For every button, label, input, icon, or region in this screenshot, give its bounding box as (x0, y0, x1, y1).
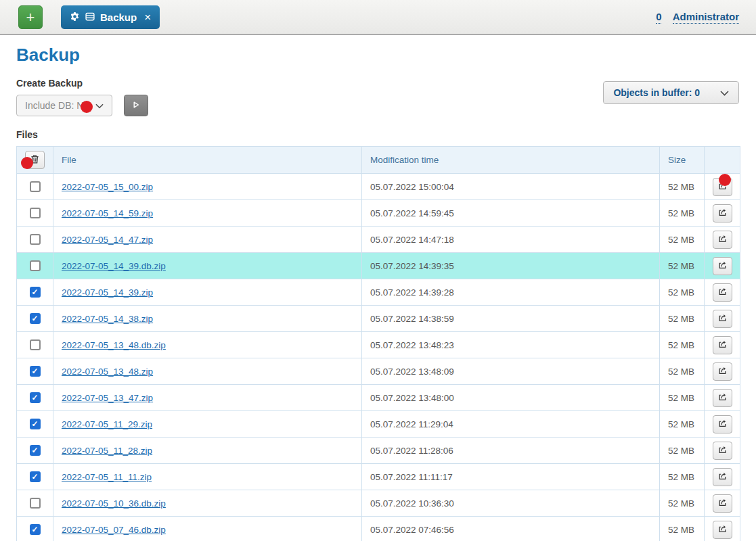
table-row: 2022-07-05_10_36.db.zip 05.07.2022 10:36… (17, 490, 740, 517)
play-icon (131, 99, 141, 112)
include-db-select[interactable]: Include DB: No (16, 95, 112, 116)
export-button[interactable] (713, 336, 732, 354)
row-size: 52 MB (660, 411, 705, 438)
column-header-size[interactable]: Size (660, 147, 705, 174)
table-row: 2022-07-05_13_47.zip 05.07.2022 13:48:00… (17, 385, 740, 411)
file-link[interactable]: 2022-07-05_13_48.zip (62, 367, 153, 377)
export-button[interactable] (713, 257, 732, 275)
database-icon (85, 11, 95, 24)
export-icon (717, 365, 728, 377)
plus-icon: + (26, 9, 35, 26)
row-checkbox[interactable] (30, 339, 41, 350)
file-link[interactable]: 2022-07-05_15_00.zip (62, 182, 153, 192)
row-size: 52 MB (660, 227, 705, 253)
export-icon (717, 233, 728, 245)
file-link[interactable]: 2022-07-05_14_47.zip (62, 235, 153, 245)
row-mtime: 05.07.2022 14:47:18 (362, 227, 660, 253)
row-checkbox[interactable] (30, 234, 41, 245)
row-checkbox[interactable] (30, 313, 41, 324)
user-link[interactable]: Administrator (673, 11, 739, 24)
row-checkbox[interactable] (30, 471, 41, 482)
row-mtime: 05.07.2022 14:38:59 (362, 306, 660, 332)
column-header-file[interactable]: File (53, 147, 362, 174)
file-link[interactable]: 2022-07-05_13_47.zip (62, 393, 153, 403)
row-mtime: 05.07.2022 13:48:09 (362, 358, 660, 385)
table-row: 2022-07-05_13_48.zip 05.07.2022 13:48:09… (17, 358, 740, 385)
export-button[interactable] (713, 389, 732, 407)
buffer-dropdown[interactable]: Objects in buffer: 0 (603, 81, 739, 104)
export-icon (717, 207, 728, 219)
export-icon (717, 260, 728, 272)
row-mtime: 05.07.2022 14:39:28 (362, 279, 660, 306)
row-checkbox[interactable] (30, 208, 41, 218)
export-icon (717, 471, 728, 483)
column-header-actions (705, 147, 740, 174)
file-link[interactable]: 2022-07-05_14_39.zip (62, 287, 153, 298)
row-size: 52 MB (660, 253, 705, 279)
table-row: 2022-07-05_11_11.zip 05.07.2022 11:11:17… (17, 464, 740, 490)
table-row: 2022-07-05_14_38.zip 05.07.2022 14:38:59… (17, 306, 740, 332)
row-mtime: 05.07.2022 11:11:17 (362, 464, 660, 490)
export-button[interactable] (713, 521, 732, 539)
run-backup-button[interactable] (124, 95, 148, 116)
file-link[interactable]: 2022-07-05_11_28.zip (62, 446, 152, 456)
export-button[interactable] (713, 442, 732, 460)
row-checkbox[interactable] (30, 287, 41, 298)
row-checkbox[interactable] (30, 181, 41, 192)
buffer-label: Objects in buffer: 0 (613, 87, 700, 98)
export-button[interactable] (713, 310, 732, 328)
file-link[interactable]: 2022-07-05_14_39.db.zip (62, 261, 166, 271)
row-mtime: 05.07.2022 15:00:04 (362, 174, 660, 200)
notification-count-link[interactable]: 0 (656, 11, 661, 24)
row-size: 52 MB (660, 174, 705, 200)
file-link[interactable]: 2022-07-05_11_11.zip (62, 472, 152, 482)
row-size: 52 MB (660, 490, 705, 517)
close-icon[interactable]: × (144, 11, 151, 24)
click-marker-export-button (719, 174, 731, 186)
export-icon (717, 286, 728, 298)
export-button[interactable] (713, 415, 732, 433)
export-icon (717, 418, 728, 430)
page-title: Backup (16, 45, 756, 65)
file-link[interactable]: 2022-07-05_14_38.zip (62, 314, 153, 324)
click-marker-delete-button (21, 157, 33, 169)
row-mtime: 05.07.2022 13:48:23 (362, 332, 660, 358)
tab-backup[interactable]: Backup × (61, 5, 160, 29)
file-link[interactable]: 2022-07-05_07_46.db.zip (62, 525, 166, 535)
row-size: 52 MB (660, 517, 705, 541)
file-link[interactable]: 2022-07-05_10_36.db.zip (62, 498, 166, 509)
row-mtime: 05.07.2022 07:46:56 (362, 517, 660, 541)
column-header-mtime[interactable]: Modification time (362, 147, 660, 174)
gear-icon (70, 11, 80, 24)
table-row: 2022-07-05_11_28.zip 05.07.2022 11:28:06… (17, 438, 740, 464)
tab-label: Backup (100, 11, 137, 23)
row-size: 52 MB (660, 306, 705, 332)
row-checkbox[interactable] (30, 419, 41, 429)
row-checkbox[interactable] (30, 498, 41, 509)
table-row: 2022-07-05_14_39.db.zip 05.07.2022 14:39… (17, 253, 740, 279)
row-size: 52 MB (660, 464, 705, 490)
file-link[interactable]: 2022-07-05_13_48.db.zip (62, 340, 166, 350)
export-button[interactable] (713, 494, 732, 513)
files-heading: Files (16, 129, 756, 140)
row-checkbox[interactable] (30, 392, 41, 403)
export-button[interactable] (713, 468, 732, 486)
row-checkbox[interactable] (30, 445, 41, 456)
chevron-down-icon (95, 100, 104, 111)
add-tab-button[interactable]: + (18, 5, 43, 29)
click-marker-include-db (81, 101, 93, 113)
row-mtime: 05.07.2022 14:59:45 (362, 200, 660, 227)
export-button[interactable] (713, 283, 732, 302)
row-checkbox[interactable] (30, 524, 41, 535)
row-mtime: 05.07.2022 10:36:30 (362, 490, 660, 517)
files-table: File Modification time Size 2022-07-05_1… (16, 146, 740, 541)
file-link[interactable]: 2022-07-05_14_59.zip (62, 208, 153, 218)
export-button[interactable] (713, 362, 732, 381)
file-link[interactable]: 2022-07-05_11_29.zip (62, 419, 152, 429)
export-button[interactable] (713, 204, 732, 222)
row-checkbox[interactable] (30, 260, 41, 271)
row-checkbox[interactable] (30, 366, 41, 377)
table-row: 2022-07-05_07_46.db.zip 05.07.2022 07:46… (17, 517, 740, 541)
export-button[interactable] (713, 231, 732, 249)
export-icon (717, 312, 728, 325)
